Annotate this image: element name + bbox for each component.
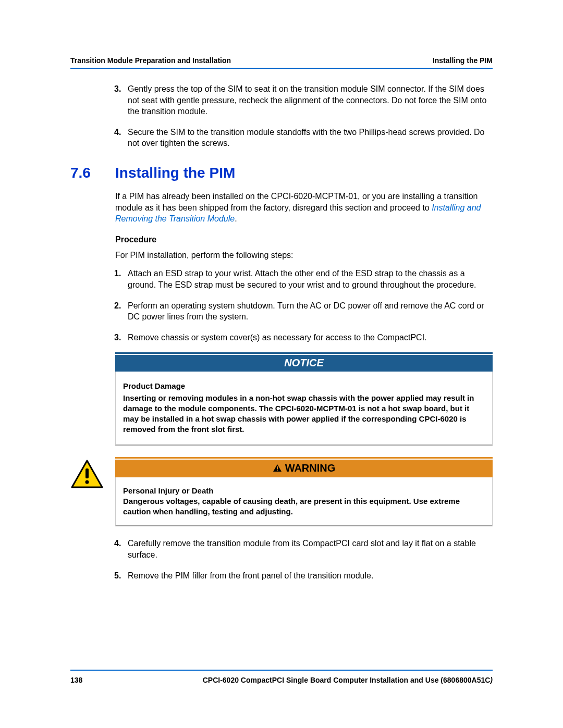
warning-main: WARNING Personal Injury or Death Dangero… — [115, 457, 493, 527]
step-text: Carefully remove the transition module f… — [128, 539, 476, 559]
step-text: Perform an operating system shutdown. Tu… — [128, 301, 484, 322]
step-text: Gently press the top of the SIM to seat … — [128, 84, 486, 116]
step-text: Remove the PIM filler from the front pan… — [128, 571, 373, 580]
intro-text-pre: If a PIM has already been installed on t… — [115, 192, 478, 212]
section-body: If a PIM has already been installed on t… — [115, 191, 493, 581]
list-item: 5. Remove the PIM filler from the front … — [128, 570, 493, 582]
list-item: 3. Gently press the top of the SIM to se… — [128, 83, 493, 117]
section-title: Installing the PIM — [115, 165, 235, 181]
step-number: 5. — [114, 570, 121, 582]
list-item: 2. Perform an operating system shutdown.… — [128, 300, 493, 323]
footer-doc-title: CPCI-6020 CompactPCI Single Board Comput… — [203, 676, 493, 684]
list-item: 4. Carefully remove the transition modul… — [128, 538, 493, 560]
warning-top-rule — [115, 457, 493, 459]
warning-bar: WARNING — [115, 460, 493, 477]
step-number: 3. — [114, 83, 121, 95]
section-number: 7.6 — [70, 165, 115, 181]
step-number: 4. — [114, 538, 121, 549]
step-number: 1. — [114, 268, 121, 279]
running-footer: 138 CPCI-6020 CompactPCI Single Board Co… — [70, 676, 493, 684]
continued-steps-list: 3. Gently press the top of the SIM to se… — [70, 83, 493, 149]
warning-icon-column — [70, 457, 115, 527]
page-number: 138 — [70, 676, 82, 684]
list-item: 4. Secure the SIM to the transition modu… — [128, 127, 493, 149]
step-number: 2. — [114, 300, 121, 312]
warning-body: Personal Injury or Death Dangerous volta… — [115, 477, 493, 527]
notice-title: Product Damage — [123, 381, 487, 391]
warning-label: WARNING — [285, 462, 336, 474]
notice-label: NOTICE — [115, 355, 493, 372]
section-heading: 7.6 Installing the PIM — [70, 165, 493, 181]
warning-title: Personal Injury or Death — [123, 486, 487, 496]
page-content: Transition Module Preparation and Instal… — [0, 0, 563, 726]
header-left: Transition Module Preparation and Instal… — [70, 56, 231, 65]
svg-rect-4 — [277, 466, 278, 469]
step-text: Secure the SIM to the transition module … — [128, 128, 485, 148]
procedure-steps-a: 1. Attach an ESD strap to your wrist. At… — [115, 268, 493, 343]
intro-paragraph: If a PIM has already been installed on t… — [115, 191, 493, 225]
procedure-lead: For PIM installation, perform the follow… — [115, 250, 493, 261]
svg-point-2 — [85, 480, 89, 484]
step-text: Remove chassis or system cover(s) as nec… — [128, 333, 427, 342]
warning-triangle-icon — [70, 459, 104, 489]
step-text: Attach an ESD strap to your wrist. Attac… — [128, 269, 476, 289]
notice-text: Inserting or removing modules in a non-h… — [123, 393, 474, 434]
intro-text-post: . — [235, 214, 237, 223]
warning-text: Dangerous voltages, capable of causing d… — [123, 497, 460, 516]
running-header: Transition Module Preparation and Instal… — [70, 56, 493, 65]
notice-callout: NOTICE Product Damage Inserting or remov… — [115, 352, 493, 445]
list-item: 1. Attach an ESD strap to your wrist. At… — [128, 268, 493, 290]
list-item: 3. Remove chassis or system cover(s) as … — [128, 332, 493, 343]
header-rule — [70, 68, 493, 69]
warning-small-icon — [273, 464, 282, 472]
header-right: Installing the PIM — [433, 56, 493, 65]
procedure-heading: Procedure — [115, 235, 493, 244]
svg-rect-5 — [277, 470, 278, 471]
warning-callout: WARNING Personal Injury or Death Dangero… — [70, 457, 493, 527]
svg-rect-1 — [85, 468, 89, 478]
step-number: 3. — [114, 332, 121, 343]
procedure-steps-b: 4. Carefully remove the transition modul… — [115, 538, 493, 581]
footer-rule — [70, 670, 493, 671]
notice-body: Product Damage Inserting or removing mod… — [115, 372, 493, 445]
step-number: 4. — [114, 127, 121, 138]
notice-top-rule — [115, 352, 493, 354]
